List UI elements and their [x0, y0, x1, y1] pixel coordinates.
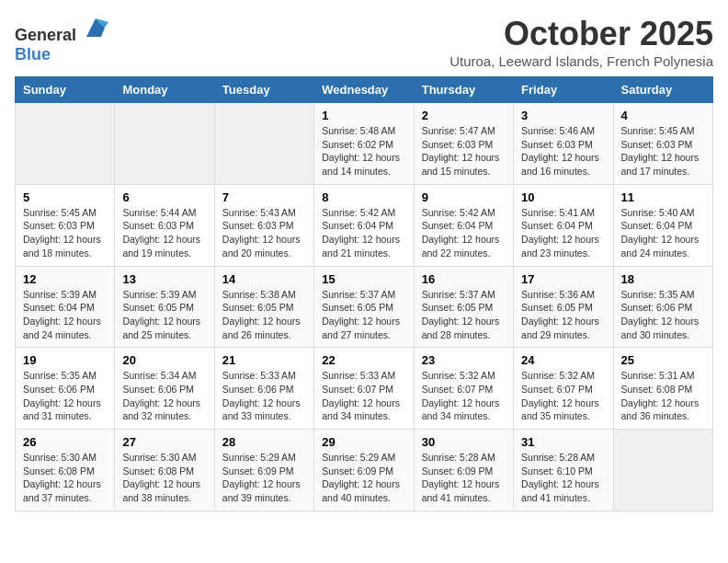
day-number: 25	[621, 353, 705, 367]
day-number: 14	[222, 272, 306, 286]
day-number: 12	[23, 272, 107, 286]
calendar-cell: 30Sunrise: 5:28 AMSunset: 6:09 PMDayligh…	[414, 430, 513, 511]
day-info: Sunrise: 5:42 AMSunset: 6:04 PMDaylight:…	[322, 206, 405, 260]
calendar-cell: 2Sunrise: 5:47 AMSunset: 6:03 PMDaylight…	[414, 103, 513, 185]
day-number: 23	[422, 353, 506, 367]
day-number: 9	[422, 190, 506, 204]
calendar-cell: 29Sunrise: 5:29 AMSunset: 6:09 PMDayligh…	[314, 430, 414, 511]
day-info: Sunrise: 5:33 AMSunset: 6:07 PMDaylight:…	[322, 369, 405, 423]
calendar-cell: 21Sunrise: 5:33 AMSunset: 6:06 PMDayligh…	[214, 348, 313, 430]
calendar-cell: 31Sunrise: 5:28 AMSunset: 6:10 PMDayligh…	[514, 430, 613, 511]
calendar-cell: 12Sunrise: 5:39 AMSunset: 6:04 PMDayligh…	[16, 266, 115, 348]
weekday-header-row: SundayMondayTuesdayWednesdayThursdayFrid…	[16, 77, 713, 103]
calendar-cell: 14Sunrise: 5:38 AMSunset: 6:05 PMDayligh…	[214, 266, 313, 348]
calendar-cell: 26Sunrise: 5:30 AMSunset: 6:08 PMDayligh…	[16, 430, 115, 511]
day-info: Sunrise: 5:29 AMSunset: 6:09 PMDaylight:…	[322, 451, 405, 505]
day-info: Sunrise: 5:40 AMSunset: 6:04 PMDaylight:…	[621, 206, 705, 260]
calendar-cell: 1Sunrise: 5:48 AMSunset: 6:02 PMDaylight…	[314, 103, 414, 185]
calendar-week-row: 19Sunrise: 5:35 AMSunset: 6:06 PMDayligh…	[16, 348, 713, 430]
day-number: 18	[621, 272, 705, 286]
calendar-cell	[214, 103, 313, 185]
day-number: 13	[122, 272, 206, 286]
calendar-cell: 27Sunrise: 5:30 AMSunset: 6:08 PMDayligh…	[115, 430, 214, 511]
calendar-cell: 13Sunrise: 5:39 AMSunset: 6:05 PMDayligh…	[115, 266, 214, 348]
calendar-week-row: 5Sunrise: 5:45 AMSunset: 6:03 PMDaylight…	[16, 184, 713, 266]
day-number: 3	[521, 109, 605, 122]
day-info: Sunrise: 5:45 AMSunset: 6:03 PMDaylight:…	[23, 206, 107, 260]
day-info: Sunrise: 5:37 AMSunset: 6:05 PMDaylight:…	[322, 288, 405, 342]
day-info: Sunrise: 5:29 AMSunset: 6:09 PMDaylight:…	[222, 451, 306, 505]
logo: General Blue	[15, 15, 108, 64]
calendar-cell: 5Sunrise: 5:45 AMSunset: 6:03 PMDaylight…	[16, 184, 115, 266]
calendar-table: SundayMondayTuesdayWednesdayThursdayFrid…	[15, 76, 713, 511]
day-number: 15	[322, 272, 405, 286]
day-info: Sunrise: 5:39 AMSunset: 6:05 PMDaylight:…	[122, 288, 206, 342]
day-info: Sunrise: 5:45 AMSunset: 6:03 PMDaylight:…	[621, 124, 705, 178]
day-number: 6	[122, 190, 206, 204]
calendar-cell: 10Sunrise: 5:41 AMSunset: 6:04 PMDayligh…	[514, 184, 613, 266]
calendar-cell	[613, 430, 712, 511]
day-number: 8	[322, 190, 405, 204]
day-number: 10	[521, 190, 605, 204]
calendar-cell: 22Sunrise: 5:33 AMSunset: 6:07 PMDayligh…	[314, 348, 414, 430]
day-number: 29	[322, 435, 405, 449]
day-info: Sunrise: 5:30 AMSunset: 6:08 PMDaylight:…	[122, 451, 206, 505]
calendar-cell: 25Sunrise: 5:31 AMSunset: 6:08 PMDayligh…	[613, 348, 712, 430]
day-info: Sunrise: 5:31 AMSunset: 6:08 PMDaylight:…	[621, 369, 705, 423]
day-number: 22	[322, 353, 405, 367]
header: General Blue October 2025 Uturoa, Leewar…	[15, 15, 713, 69]
location-title: Uturoa, Leeward Islands, French Polynesi…	[449, 53, 713, 69]
day-info: Sunrise: 5:48 AMSunset: 6:02 PMDaylight:…	[322, 124, 405, 178]
calendar-cell: 18Sunrise: 5:35 AMSunset: 6:06 PMDayligh…	[613, 266, 712, 348]
day-info: Sunrise: 5:43 AMSunset: 6:03 PMDaylight:…	[222, 206, 306, 260]
weekday-header-wednesday: Wednesday	[314, 77, 414, 103]
logo-blue: Blue	[15, 45, 51, 63]
day-info: Sunrise: 5:32 AMSunset: 6:07 PMDaylight:…	[422, 369, 506, 423]
calendar-cell: 11Sunrise: 5:40 AMSunset: 6:04 PMDayligh…	[613, 184, 712, 266]
day-number: 2	[422, 109, 506, 122]
day-number: 27	[122, 435, 206, 449]
day-info: Sunrise: 5:33 AMSunset: 6:06 PMDaylight:…	[222, 369, 306, 423]
calendar-week-row: 1Sunrise: 5:48 AMSunset: 6:02 PMDaylight…	[16, 103, 713, 185]
day-info: Sunrise: 5:44 AMSunset: 6:03 PMDaylight:…	[122, 206, 206, 260]
day-number: 4	[621, 109, 705, 122]
day-info: Sunrise: 5:28 AMSunset: 6:10 PMDaylight:…	[521, 451, 605, 505]
calendar-cell: 9Sunrise: 5:42 AMSunset: 6:04 PMDaylight…	[414, 184, 513, 266]
day-number: 17	[521, 272, 605, 286]
calendar-cell	[16, 103, 115, 185]
weekday-header-monday: Monday	[115, 77, 214, 103]
day-number: 20	[122, 353, 206, 367]
day-number: 1	[322, 109, 405, 122]
calendar-cell: 3Sunrise: 5:46 AMSunset: 6:03 PMDaylight…	[514, 103, 613, 185]
calendar-cell: 8Sunrise: 5:42 AMSunset: 6:04 PMDaylight…	[314, 184, 414, 266]
day-number: 26	[23, 435, 107, 449]
calendar-cell: 24Sunrise: 5:32 AMSunset: 6:07 PMDayligh…	[514, 348, 613, 430]
day-info: Sunrise: 5:30 AMSunset: 6:08 PMDaylight:…	[23, 451, 107, 505]
calendar-week-row: 12Sunrise: 5:39 AMSunset: 6:04 PMDayligh…	[16, 266, 713, 348]
day-info: Sunrise: 5:47 AMSunset: 6:03 PMDaylight:…	[422, 124, 506, 178]
month-title: October 2025	[449, 15, 713, 53]
calendar-cell: 7Sunrise: 5:43 AMSunset: 6:03 PMDaylight…	[214, 184, 313, 266]
weekday-header-saturday: Saturday	[613, 77, 712, 103]
day-info: Sunrise: 5:35 AMSunset: 6:06 PMDaylight:…	[23, 369, 107, 423]
day-info: Sunrise: 5:35 AMSunset: 6:06 PMDaylight:…	[621, 288, 705, 342]
day-number: 19	[23, 353, 107, 367]
day-number: 31	[521, 435, 605, 449]
day-info: Sunrise: 5:41 AMSunset: 6:04 PMDaylight:…	[521, 206, 605, 260]
day-info: Sunrise: 5:38 AMSunset: 6:05 PMDaylight:…	[222, 288, 306, 342]
day-number: 7	[222, 190, 306, 204]
day-number: 30	[422, 435, 506, 449]
calendar-cell: 16Sunrise: 5:37 AMSunset: 6:05 PMDayligh…	[414, 266, 513, 348]
day-info: Sunrise: 5:36 AMSunset: 6:05 PMDaylight:…	[521, 288, 605, 342]
calendar-cell: 23Sunrise: 5:32 AMSunset: 6:07 PMDayligh…	[414, 348, 513, 430]
day-number: 28	[222, 435, 306, 449]
day-number: 5	[23, 190, 107, 204]
day-number: 24	[521, 353, 605, 367]
logo-icon	[83, 15, 108, 40]
calendar-cell: 17Sunrise: 5:36 AMSunset: 6:05 PMDayligh…	[514, 266, 613, 348]
title-area: October 2025 Uturoa, Leeward Islands, Fr…	[449, 15, 713, 69]
weekday-header-friday: Friday	[514, 77, 613, 103]
day-info: Sunrise: 5:32 AMSunset: 6:07 PMDaylight:…	[521, 369, 605, 423]
calendar-cell: 28Sunrise: 5:29 AMSunset: 6:09 PMDayligh…	[214, 430, 313, 511]
day-info: Sunrise: 5:37 AMSunset: 6:05 PMDaylight:…	[422, 288, 506, 342]
